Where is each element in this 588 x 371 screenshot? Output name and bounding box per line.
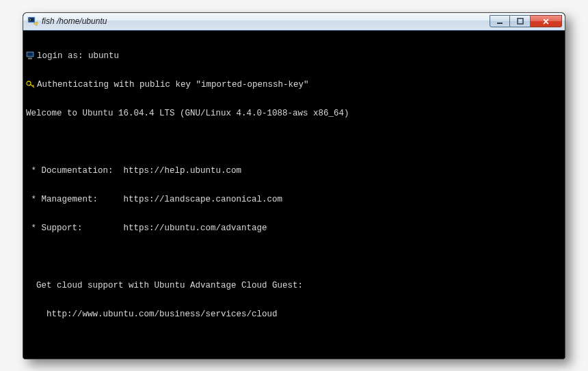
terminal-line bbox=[26, 338, 562, 348]
terminal-line: Get cloud support with Ubuntu Advantage … bbox=[26, 281, 562, 290]
minimize-button[interactable] bbox=[490, 15, 510, 27]
putty-icon bbox=[27, 16, 38, 27]
titlebar[interactable]: fish /home/ubuntu bbox=[23, 13, 565, 31]
terminal-key-icon bbox=[26, 80, 36, 89]
maximize-button[interactable] bbox=[510, 15, 531, 27]
terminal-line: * Support: https://ubuntu.com/advantage bbox=[26, 223, 562, 233]
login-as-text: login as: ubuntu bbox=[37, 51, 119, 61]
putty-window: fish /home/ubuntu login as: ubuntu Authe… bbox=[23, 12, 565, 359]
terminal-line: * Documentation: https://help.ubuntu.com bbox=[26, 166, 562, 176]
svg-rect-3 bbox=[518, 18, 523, 24]
terminal-line: Authenticating with public key "imported… bbox=[26, 80, 562, 90]
terminal-line: * Management: https://landscape.canonica… bbox=[26, 195, 562, 204]
window-controls bbox=[490, 15, 562, 27]
auth-text: Authenticating with public key "imported… bbox=[37, 80, 309, 90]
terminal-line: Welcome to Ubuntu 16.04.4 LTS (GNU/Linux… bbox=[26, 109, 562, 118]
terminal-line: http://www.ubuntu.com/business/services/… bbox=[26, 310, 562, 319]
svg-point-7 bbox=[27, 81, 31, 85]
terminal-body[interactable]: login as: ubuntu Authenticating with pub… bbox=[23, 31, 565, 359]
svg-rect-2 bbox=[497, 23, 503, 24]
svg-rect-6 bbox=[28, 57, 32, 59]
terminal-computer-icon bbox=[26, 51, 36, 60]
window-title: fish /home/ubuntu bbox=[42, 16, 490, 26]
close-button[interactable] bbox=[531, 15, 562, 27]
svg-rect-5 bbox=[27, 53, 33, 56]
terminal-line: login as: ubuntu bbox=[26, 51, 562, 61]
terminal-line bbox=[26, 137, 562, 147]
terminal-line bbox=[26, 252, 562, 262]
